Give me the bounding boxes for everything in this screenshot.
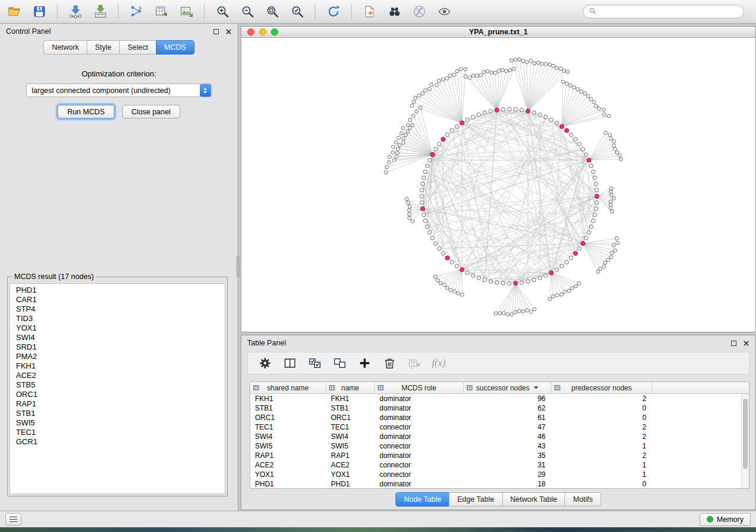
table-row[interactable]: STB1STB1dominator620	[250, 403, 741, 413]
cell-successors[interactable]: 29	[464, 470, 551, 479]
table-scrollbar-thumb[interactable]	[743, 399, 748, 469]
cell-predecessors[interactable]: 1	[551, 442, 652, 450]
cell-predecessors[interactable]: 2	[551, 432, 652, 441]
cell-name[interactable]: ORC1	[326, 414, 375, 422]
import-table-icon[interactable]	[91, 3, 110, 21]
window-zoom-traffic-icon[interactable]	[271, 28, 278, 36]
result-item[interactable]: SWI4	[10, 333, 225, 342]
criterion-dropdown[interactable]: largest connected component (undirected)	[26, 84, 212, 97]
cell-shared-name[interactable]: YOX1	[250, 470, 326, 479]
cell-successors[interactable]: 47	[464, 423, 551, 431]
cell-name[interactable]: ACE2	[326, 461, 375, 469]
table-settings-gear-icon[interactable]	[257, 355, 273, 371]
result-item[interactable]: TID3	[10, 314, 225, 323]
zoom-selected-icon[interactable]	[288, 3, 307, 21]
close-panel-icon[interactable]	[225, 28, 232, 35]
search-field[interactable]	[583, 5, 744, 18]
panel-splitter-handle[interactable]	[237, 256, 240, 277]
close-table-panel-icon[interactable]	[743, 340, 749, 347]
status-menu-button[interactable]	[5, 513, 21, 525]
table-row[interactable]: TEC1TEC1connector472	[250, 422, 741, 432]
cell-predecessors[interactable]: 0	[551, 414, 652, 422]
cell-name[interactable]: STB1	[326, 404, 375, 412]
cell-shared-name[interactable]: SWI4	[250, 432, 326, 441]
unselect-all-columns-icon[interactable]	[332, 355, 347, 371]
cell-successors[interactable]: 61	[464, 414, 551, 422]
open-session-icon[interactable]	[5, 3, 24, 21]
column-header-predecessor-nodes[interactable]: predecessor nodes	[551, 382, 652, 393]
cell-predecessors[interactable]: 0	[551, 404, 652, 412]
cell-name[interactable]: YOX1	[326, 470, 375, 479]
result-item[interactable]: SRD1	[10, 342, 225, 352]
table-row[interactable]: SWI4SWI4dominator462	[250, 432, 741, 441]
search-network-icon[interactable]	[385, 3, 404, 21]
column-header-MCDS-role[interactable]: MCDS role	[375, 382, 464, 393]
cell-predecessors[interactable]: 2	[551, 423, 652, 431]
hide-graphics-icon[interactable]	[410, 3, 429, 21]
cell-successors[interactable]: 62	[464, 404, 551, 412]
tab-mcds[interactable]: MCDS	[156, 40, 194, 55]
result-item[interactable]: PHD1	[10, 286, 225, 295]
tab-network-table[interactable]: Network Table	[502, 492, 566, 507]
cell-role[interactable]: dominator	[375, 432, 464, 441]
cell-shared-name[interactable]: FKH1	[250, 395, 326, 403]
column-header-successor-nodes[interactable]: successor nodes	[464, 382, 551, 393]
zoom-out-icon[interactable]	[238, 3, 257, 21]
column-header-shared-name[interactable]: shared name	[250, 382, 326, 393]
memory-button[interactable]: Memory	[700, 513, 751, 526]
cell-name[interactable]: TEC1	[326, 423, 375, 431]
network-canvas[interactable]	[241, 39, 755, 332]
window-minimize-traffic-icon[interactable]	[259, 28, 266, 36]
cell-successors[interactable]: 43	[464, 442, 551, 450]
cell-predecessors[interactable]: 0	[551, 480, 652, 488]
cell-successors[interactable]: 35	[464, 451, 551, 460]
cell-name[interactable]: PHD1	[326, 480, 375, 488]
result-item[interactable]: STB1	[10, 409, 225, 418]
result-item[interactable]: GCR1	[10, 437, 225, 447]
result-item[interactable]: CAR1	[10, 295, 225, 305]
table-row[interactable]: ORC1ORC1dominator610	[250, 413, 741, 422]
delete-row-trash-icon[interactable]	[382, 355, 397, 371]
create-column-plus-icon[interactable]	[357, 355, 372, 371]
search-input[interactable]	[600, 8, 738, 16]
result-item[interactable]: FKH1	[10, 361, 225, 371]
tab-node-table[interactable]: Node Table	[395, 492, 449, 507]
cell-name[interactable]: FKH1	[326, 395, 375, 403]
column-header-name[interactable]: name	[326, 382, 375, 393]
table-row[interactable]: YOX1YOX1connector291	[250, 470, 741, 479]
tab-motifs[interactable]: Motifs	[564, 492, 601, 507]
save-session-icon[interactable]	[30, 3, 49, 21]
cell-shared-name[interactable]: TEC1	[250, 423, 326, 431]
cell-shared-name[interactable]: ORC1	[250, 414, 326, 422]
cell-role[interactable]: connector	[375, 470, 464, 479]
export-table-icon[interactable]	[152, 3, 171, 21]
cell-shared-name[interactable]: PHD1	[250, 480, 326, 488]
zoom-in-icon[interactable]	[213, 3, 232, 21]
network-graph[interactable]	[241, 39, 755, 332]
run-mcds-button[interactable]: Run MCDS	[58, 105, 114, 118]
cell-name[interactable]: RAP1	[326, 451, 375, 460]
result-item[interactable]: PMA2	[10, 352, 225, 361]
cell-role[interactable]: connector	[375, 423, 464, 431]
cell-shared-name[interactable]: SWI5	[250, 442, 326, 450]
import-network-icon[interactable]	[66, 3, 85, 21]
tab-select[interactable]: Select	[119, 40, 157, 55]
tab-edge-table[interactable]: Edge Table	[449, 492, 502, 507]
cell-predecessors[interactable]: 1	[551, 461, 652, 469]
table-row[interactable]: FKH1FKH1dominator962	[250, 394, 741, 403]
cell-name[interactable]: SWI5	[326, 442, 375, 450]
result-item[interactable]: ORC1	[10, 390, 225, 399]
show-columns-icon[interactable]	[282, 355, 298, 371]
cell-successors[interactable]: 18	[464, 480, 551, 488]
result-item[interactable]: SWI5	[10, 418, 225, 428]
share-document-icon[interactable]	[360, 3, 379, 21]
cell-successors[interactable]: 96	[464, 395, 551, 403]
select-all-columns-icon[interactable]	[307, 355, 323, 371]
window-close-traffic-icon[interactable]	[247, 28, 254, 36]
cell-successors[interactable]: 31	[464, 461, 551, 469]
close-panel-button[interactable]: Close panel	[122, 105, 180, 118]
cell-predecessors[interactable]: 2	[551, 451, 652, 460]
result-item[interactable]: ACE2	[10, 371, 225, 380]
tab-network[interactable]: Network	[43, 40, 87, 55]
float-panel-icon[interactable]	[213, 29, 219, 34]
